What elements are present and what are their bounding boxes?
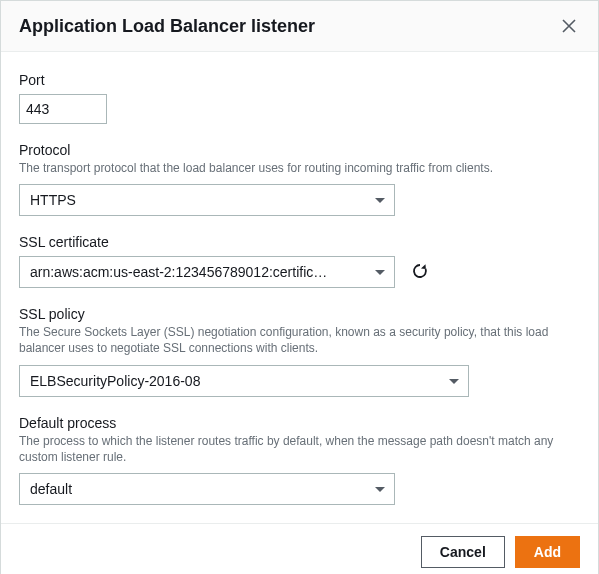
port-input[interactable] <box>19 94 107 124</box>
chevron-down-icon <box>374 192 386 208</box>
ssl-certificate-field: SSL certificate arn:aws:acm:us-east-2:12… <box>19 234 580 288</box>
ssl-policy-value: ELBSecurityPolicy-2016-08 <box>30 373 200 389</box>
dialog-title: Application Load Balancer listener <box>19 16 315 37</box>
ssl-policy-field: SSL policy The Secure Sockets Layer (SSL… <box>19 306 580 396</box>
protocol-value: HTTPS <box>30 192 76 208</box>
protocol-label: Protocol <box>19 142 580 158</box>
dialog-header: Application Load Balancer listener <box>1 1 598 52</box>
refresh-icon <box>411 262 429 280</box>
protocol-help: The transport protocol that the load bal… <box>19 160 580 176</box>
default-process-value: default <box>30 481 72 497</box>
default-process-select[interactable]: default <box>19 473 395 505</box>
default-process-help: The process to which the listener routes… <box>19 433 580 465</box>
chevron-down-icon <box>374 481 386 497</box>
port-field: Port <box>19 72 580 124</box>
ssl-policy-select[interactable]: ELBSecurityPolicy-2016-08 <box>19 365 469 397</box>
default-process-label: Default process <box>19 415 580 431</box>
protocol-field: Protocol The transport protocol that the… <box>19 142 580 216</box>
protocol-select[interactable]: HTTPS <box>19 184 395 216</box>
dialog-body: Port Protocol The transport protocol tha… <box>1 52 598 523</box>
listener-dialog: Application Load Balancer listener Port … <box>0 0 599 574</box>
close-button[interactable] <box>558 15 580 37</box>
ssl-policy-help: The Secure Sockets Layer (SSL) negotiati… <box>19 324 580 356</box>
close-icon <box>562 19 576 33</box>
port-label: Port <box>19 72 580 88</box>
ssl-certificate-value: arn:aws:acm:us-east-2:123456789012:certi… <box>30 264 327 280</box>
chevron-down-icon <box>374 264 386 280</box>
ssl-certificate-select[interactable]: arn:aws:acm:us-east-2:123456789012:certi… <box>19 256 395 288</box>
default-process-field: Default process The process to which the… <box>19 415 580 505</box>
dialog-footer: Cancel Add <box>1 523 598 574</box>
refresh-certificates-button[interactable] <box>407 258 433 287</box>
port-input-wrapper <box>19 94 107 124</box>
ssl-policy-label: SSL policy <box>19 306 580 322</box>
add-button[interactable]: Add <box>515 536 580 568</box>
ssl-certificate-label: SSL certificate <box>19 234 580 250</box>
chevron-down-icon <box>448 373 460 389</box>
cancel-button[interactable]: Cancel <box>421 536 505 568</box>
